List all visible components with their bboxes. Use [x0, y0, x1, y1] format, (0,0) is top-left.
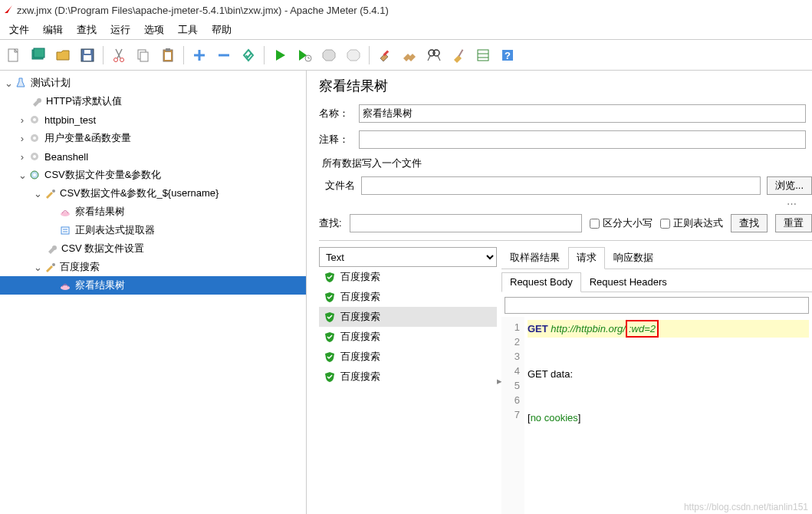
svg-rect-2: [34, 48, 44, 58]
copy-icon[interactable]: [133, 44, 154, 66]
tree-csv-group[interactable]: CSV数据文件变量&参数化: [44, 168, 161, 182]
name-input[interactable]: [359, 104, 806, 123]
comment-input[interactable]: [359, 130, 806, 149]
tree-regex[interactable]: 正则表达式提取器: [75, 223, 155, 237]
tree-baidu[interactable]: 百度搜索: [60, 260, 100, 274]
search-button[interactable]: 查找: [731, 214, 768, 232]
result-item[interactable]: 百度搜索: [319, 347, 497, 367]
expand-icon[interactable]: [189, 44, 210, 66]
thread-group-icon: [28, 168, 41, 182]
tree-root[interactable]: 测试计划: [31, 76, 71, 90]
templates-icon[interactable]: [28, 44, 49, 66]
twisty-icon[interactable]: ⌄: [32, 262, 43, 273]
result-item[interactable]: 百度搜索: [319, 327, 497, 347]
result-item[interactable]: 百度搜索: [319, 307, 497, 327]
tab-request[interactable]: 请求: [568, 247, 605, 269]
result-item[interactable]: 百度搜索: [319, 287, 497, 307]
stop-icon[interactable]: [318, 44, 340, 66]
tree-httpbin[interactable]: httpbin_test: [44, 114, 96, 126]
tree-csv-set[interactable]: CSV 数据文件设置: [61, 242, 144, 255]
code-body[interactable]: GET http://httpbin.org/:wd=2 GET data: […: [524, 317, 812, 514]
search-input[interactable]: [350, 214, 582, 232]
results-list[interactable]: 百度搜索百度搜索百度搜索百度搜索百度搜索百度搜索: [319, 267, 497, 514]
jmeter-logo-icon: [3, 4, 14, 17]
tab-response[interactable]: 响应数据: [605, 247, 662, 269]
start-no-timers-icon[interactable]: [294, 44, 315, 66]
svg-point-29: [33, 137, 36, 140]
new-icon[interactable]: [3, 44, 25, 66]
renderer-select[interactable]: Text: [319, 247, 497, 267]
menu-file[interactable]: 文件: [5, 21, 34, 38]
browse-button[interactable]: 浏览...: [767, 176, 812, 195]
clear-all-icon[interactable]: [399, 44, 420, 66]
svg-point-27: [33, 118, 36, 121]
svg-rect-20: [459, 49, 464, 57]
open-icon[interactable]: [52, 44, 74, 66]
svg-rect-36: [61, 227, 69, 234]
twisty-icon[interactable]: ⌄: [17, 170, 28, 181]
clear-icon[interactable]: [374, 44, 396, 66]
tree-http-defaults[interactable]: HTTP请求默认值: [46, 94, 122, 108]
menu-bar: 文件 编辑 查找 运行 选项 工具 帮助: [0, 20, 812, 40]
start-icon[interactable]: [269, 44, 291, 66]
search-tree-icon[interactable]: [423, 44, 445, 66]
svg-rect-9: [140, 52, 148, 61]
collapse-icon[interactable]: [213, 44, 235, 66]
test-plan-icon: [14, 76, 28, 90]
test-plan-tree[interactable]: ⌄ 测试计划 HTTP请求默认值 › httpbin_test › 用户变量&函…: [0, 71, 307, 514]
window-title: zxw.jmx (D:\Program Files\apache-jmeter-…: [17, 5, 389, 16]
menu-options[interactable]: 选项: [140, 21, 169, 38]
request-address-input[interactable]: [505, 297, 809, 314]
svg-rect-11: [166, 48, 170, 51]
request-body-code[interactable]: 1234567 GET http://httpbin.org/:wd=2 GET…: [501, 317, 812, 514]
paste-icon[interactable]: [157, 44, 179, 66]
success-icon: [324, 291, 336, 303]
tab-sampler-result[interactable]: 取样器结果: [501, 247, 568, 269]
svg-rect-21: [478, 50, 488, 61]
regex-checkbox[interactable]: 正则表达式: [660, 216, 723, 230]
config-icon: [44, 242, 58, 255]
gear-icon: [28, 131, 41, 145]
tree-view-results-1[interactable]: 察看结果树: [75, 205, 125, 219]
svg-point-6: [114, 58, 118, 61]
menu-run[interactable]: 运行: [106, 21, 135, 38]
shutdown-icon[interactable]: [343, 44, 364, 66]
tree-selected-listener[interactable]: 察看结果树: [75, 278, 125, 292]
menu-edit[interactable]: 编辑: [38, 21, 67, 38]
reset-search-icon[interactable]: [448, 44, 469, 66]
menu-tools[interactable]: 工具: [173, 21, 202, 38]
success-icon: [324, 331, 336, 343]
save-icon[interactable]: [77, 44, 98, 66]
twisty-icon[interactable]: ›: [17, 133, 28, 144]
twisty-icon[interactable]: ›: [17, 114, 28, 126]
svg-point-38: [61, 285, 70, 290]
search-label: 查找:: [319, 216, 342, 230]
tree-beanshell[interactable]: Beanshell: [44, 151, 88, 163]
twisty-icon[interactable]: ›: [17, 151, 28, 163]
result-item[interactable]: 百度搜索: [319, 267, 497, 287]
help-icon[interactable]: ?: [497, 44, 518, 66]
tree-csv-param[interactable]: CSV数据文件&参数化_${username}: [60, 186, 219, 200]
success-icon: [324, 351, 336, 363]
tree-vars[interactable]: 用户变量&函数变量: [44, 131, 131, 145]
twisty-icon[interactable]: ⌄: [3, 77, 14, 89]
success-icon: [324, 311, 336, 323]
line-gutter: 1234567: [501, 317, 524, 514]
result-item[interactable]: 百度搜索: [319, 367, 497, 387]
panel-title: 察看结果树: [319, 77, 812, 95]
result-tabs: 取样器结果 请求 响应数据: [501, 247, 812, 269]
menu-search[interactable]: 查找: [72, 21, 101, 38]
filename-input[interactable]: [361, 176, 761, 195]
toggle-icon[interactable]: [238, 44, 259, 66]
subtab-body[interactable]: Request Body: [501, 272, 581, 292]
reset-button[interactable]: 重置: [775, 214, 812, 232]
cut-icon[interactable]: [108, 44, 130, 66]
toolbar: ?: [0, 40, 812, 71]
twisty-icon[interactable]: ⌄: [32, 188, 43, 199]
subtab-headers[interactable]: Request Headers: [581, 272, 676, 292]
listener-icon: [58, 278, 72, 292]
case-sensitive-checkbox[interactable]: 区分大小写: [590, 216, 653, 230]
menu-help[interactable]: 帮助: [207, 21, 236, 38]
function-helper-icon[interactable]: [472, 44, 494, 66]
wrench-icon: [29, 94, 43, 108]
